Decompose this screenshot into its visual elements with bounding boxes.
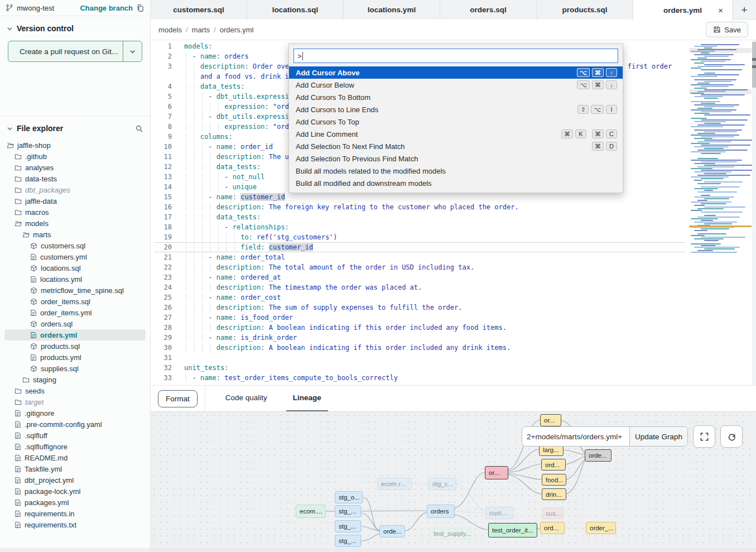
- code-line-29[interactable]: 29│ │ │ - name: is_drink_order: [151, 333, 753, 343]
- code-line-23[interactable]: 23│ │ │ - name: ordered_at: [151, 272, 753, 282]
- code-line-22[interactable]: 22│ │ │ │ description: The total amount …: [151, 262, 753, 272]
- file-tree-item-dbt-project.yml[interactable]: dbt_project.yml: [4, 474, 146, 486]
- scrollbar-thumb[interactable]: [752, 42, 756, 88]
- palette-item-add-line-comment[interactable]: Add Line Comment⌘K⌘C: [289, 128, 623, 140]
- create-pr-button[interactable]: Create a pull request on Git...: [8, 41, 142, 62]
- code-line-21[interactable]: 21│ │ │ - name: order_total: [151, 252, 753, 262]
- lineage-node-orde[interactable]: orde...: [379, 525, 405, 537]
- file-tree-item-.sqlfluffignore[interactable]: .sqlfluffignore: [4, 441, 146, 452]
- lineage-node-cus[interactable]: cus...: [542, 507, 564, 519]
- file-tree-item-analyses[interactable]: analyses: [4, 162, 146, 173]
- lineage-node-ecom[interactable]: ecom....: [296, 505, 326, 518]
- code-line-19[interactable]: 19│ │ │ │ │ │ │ to: ref('stg_customers'): [151, 232, 753, 242]
- file-tree-item-taskfile.yml[interactable]: Taskfile.yml: [4, 463, 146, 474]
- palette-item-add-cursors-to-line-ends[interactable]: Add Cursors to Line Ends⇧⌥I: [289, 103, 623, 116]
- file-tree-item-locations.yml[interactable]: locations.yml: [4, 273, 146, 285]
- minimap[interactable]: [689, 42, 752, 259]
- file-tree-item-.gitignore[interactable]: .gitignore: [4, 407, 146, 419]
- lineage-node-test_supply[interactable]: test_supply...: [430, 527, 472, 540]
- lineage-node-drin[interactable]: drin...: [542, 488, 566, 500]
- lineage-node-order_[interactable]: order_...: [586, 522, 616, 534]
- lineage-node-stg_o[interactable]: stg_o...: [335, 491, 363, 503]
- lineage-node-or[interactable]: or...: [485, 466, 508, 479]
- palette-item-add-cursor-below[interactable]: Add Cursor Below⌥⌘↓: [289, 79, 623, 91]
- code-line-27[interactable]: 27│ │ │ - name: is_food_order: [151, 313, 753, 323]
- code-line-33[interactable]: 33│ - name: test_order_items_compute_to_…: [151, 373, 753, 383]
- file-tree-item-order-items.sql[interactable]: order_items.sql: [4, 296, 146, 307]
- lineage-node-stg_[interactable]: stg_...: [335, 535, 361, 547]
- file-tree-item-products.sql[interactable]: products.sql: [4, 340, 146, 352]
- editor-scrollbar[interactable]: [752, 40, 756, 385]
- tab-close-icon[interactable]: ×: [718, 6, 723, 15]
- file-tree-item-supplies.sql[interactable]: supplies.sql: [4, 363, 146, 374]
- file-tree-item-requirements.in[interactable]: requirements.in: [4, 508, 146, 519]
- update-graph-button[interactable]: Update Graph: [629, 427, 687, 446]
- lineage-node-cust[interactable]: cust...: [485, 507, 513, 519]
- palette-item-build-all-modified-and-downstream-models[interactable]: Build all modified and downstream models: [289, 177, 623, 189]
- fullscreen-button[interactable]: [693, 425, 715, 448]
- palette-item-add-selection-to-previous-find-match[interactable]: Add Selection To Previous Find Match: [289, 152, 623, 165]
- lineage-node-stg_c[interactable]: stg_c...: [428, 478, 456, 490]
- format-button[interactable]: Format: [158, 390, 198, 407]
- tab-orders.yml[interactable]: orders.yml×: [633, 0, 733, 20]
- code-line-32[interactable]: 32unit_tests:: [151, 363, 753, 373]
- file-tree-item-orders.sql[interactable]: orders.sql: [4, 318, 146, 329]
- lineage-node-stg_[interactable]: stg_...: [335, 505, 361, 517]
- file-tree-item-staging[interactable]: staging: [4, 374, 146, 385]
- tab-products.sql[interactable]: products.sql: [537, 0, 633, 20]
- tab-locations.yml[interactable]: locations.yml: [344, 0, 440, 20]
- tab-locations.sql[interactable]: locations.sql: [247, 0, 344, 20]
- create-pr-main[interactable]: Create a pull request on Git...: [8, 41, 123, 61]
- lineage-node-orde[interactable]: orde...: [585, 449, 611, 462]
- code-editor[interactable]: 1models:2│ - name: orders3│ │ descriptio…: [151, 40, 756, 385]
- file-tree-item-target[interactable]: target: [4, 396, 146, 407]
- refresh-button[interactable]: [720, 425, 743, 448]
- file-tree-item-package-lock.yml[interactable]: package-lock.yml: [4, 486, 146, 497]
- search-icon[interactable]: [135, 124, 143, 133]
- file-tree-item-.sqlfluff[interactable]: .sqlfluff: [4, 430, 146, 441]
- breadcrumb-item[interactable]: orders.yml: [220, 26, 254, 34]
- file-tree-item-customers.sql[interactable]: customers.sql: [4, 240, 146, 251]
- file-tree-item-marts[interactable]: marts: [4, 229, 146, 240]
- lineage-node-test_order_it[interactable]: test_order_it...: [488, 523, 537, 537]
- lineage-canvas[interactable]: ecom....stg_o...stg_...stg_...stg_...ord…: [151, 411, 756, 548]
- code-line-26[interactable]: 26│ │ │ │ description: The sum of supply…: [151, 303, 753, 313]
- panel-tab-code-quality[interactable]: Code quality: [219, 386, 274, 412]
- file-tree-item-jaffle-data[interactable]: jaffle-data: [4, 195, 146, 207]
- file-tree-item-seeds[interactable]: seeds: [4, 385, 146, 396]
- horizontal-scrollbar-track[interactable]: [151, 548, 756, 552]
- code-line-18[interactable]: 18│ │ │ │ │ - relationships:: [151, 222, 753, 232]
- lineage-node-ecomr[interactable]: ecom.r...: [377, 478, 412, 490]
- file-tree-item-readme.md[interactable]: README.md: [4, 452, 146, 463]
- new-tab-button[interactable]: +: [733, 0, 756, 20]
- lineage-node-food[interactable]: food...: [542, 474, 566, 486]
- file-tree-item-data-tests[interactable]: data-tests: [4, 173, 146, 184]
- code-line-30[interactable]: 30│ │ │ │ description: A boolean indicat…: [151, 343, 753, 353]
- pr-dropdown-button[interactable]: [123, 41, 142, 61]
- file-tree-item-requirements.txt[interactable]: requirements.txt: [4, 519, 146, 530]
- file-tree-item-metricflow-time-spine.sql[interactable]: metricflow_time_spine.sql: [4, 285, 146, 296]
- file-tree-item-jaffle-shop[interactable]: jaffle-shop: [4, 140, 146, 151]
- breadcrumb-item[interactable]: marts: [192, 26, 210, 34]
- palette-item-add-cursors-to-top[interactable]: Add Cursors To Top: [289, 116, 623, 128]
- file-tree-item-.github[interactable]: .github: [4, 151, 146, 162]
- palette-item-add-selection-to-next-find-match[interactable]: Add Selection To Next Find Match⌘D: [289, 140, 623, 152]
- code-line-25[interactable]: 25│ │ │ - name: order_cost: [151, 292, 753, 303]
- code-line-17[interactable]: 17│ │ │ │ data_tests:: [151, 212, 753, 222]
- file-tree-item-customers.yml[interactable]: customers.yml: [4, 251, 146, 262]
- file-tree-item-products.yml[interactable]: products.yml: [4, 352, 146, 363]
- file-tree-item-locations.sql[interactable]: locations.sql: [4, 262, 146, 273]
- save-button[interactable]: Save: [706, 22, 748, 37]
- code-line-16[interactable]: 16│ │ │ │ description: The foreign key r…: [151, 202, 753, 212]
- file-tree-item-macros[interactable]: macros: [4, 207, 146, 218]
- lineage-node-stg_[interactable]: stg_...: [335, 520, 361, 532]
- file-tree-item-.pre-commit-config.yaml[interactable]: .pre-commit-config.yaml: [4, 419, 146, 430]
- code-line-15[interactable]: 15│ │ │ - name: customer_id: [151, 192, 753, 202]
- file-tree-item-order-items.yml[interactable]: order_items.yml: [4, 307, 146, 318]
- change-branch-link[interactable]: Change branch: [80, 4, 133, 12]
- version-control-header[interactable]: Version control: [0, 16, 150, 39]
- code-line-31[interactable]: 31: [151, 353, 753, 363]
- file-tree-item-packages.yml[interactable]: packages.yml: [4, 497, 146, 508]
- copy-branch-icon[interactable]: [136, 4, 145, 12]
- lineage-node-or[interactable]: or...: [540, 414, 561, 426]
